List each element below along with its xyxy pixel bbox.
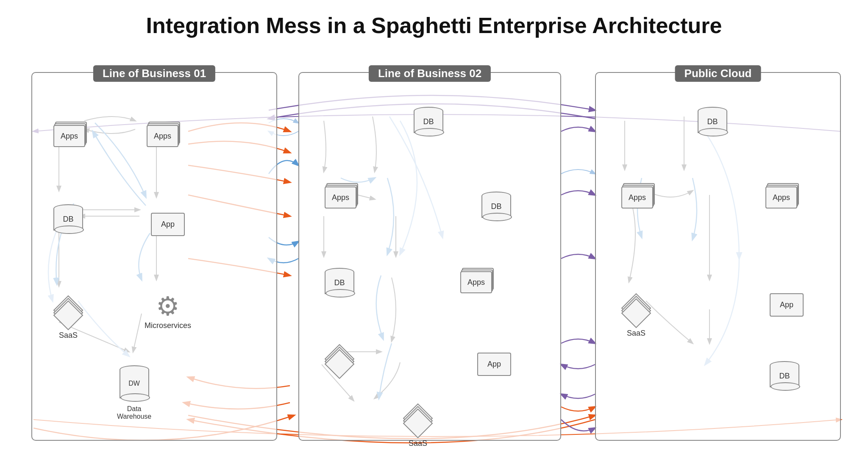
pc-db1-shape: DB bbox=[698, 107, 727, 136]
pc-db1-node: DB bbox=[698, 107, 727, 136]
lob1-app-node: App bbox=[151, 213, 185, 236]
lob1-dw-shape: DW bbox=[120, 365, 149, 403]
domain-pubcloud-label: Public Cloud bbox=[675, 65, 761, 82]
lob1-microservices-label: Microservices bbox=[145, 321, 191, 330]
lob2-saas-shape bbox=[401, 408, 435, 437]
lob2-saas-node: SaaS bbox=[401, 408, 435, 448]
domain-lob2-label: Line of Business 02 bbox=[369, 65, 491, 82]
lob1-saas-node: SaaS bbox=[51, 300, 85, 340]
lob1-app-shape: App bbox=[151, 213, 185, 236]
lob2-db3-node: DB bbox=[325, 268, 354, 298]
lob2-saas-label: SaaS bbox=[409, 439, 427, 448]
pc-apps2-shape: Apps bbox=[765, 183, 799, 209]
lob2-db1-node: DB bbox=[414, 107, 443, 136]
lob2-apps2-shape: Apps bbox=[460, 268, 494, 293]
pc-app-node: App bbox=[770, 293, 804, 317]
lob2-app-shape: App bbox=[477, 353, 511, 376]
lob1-microservices-node: ⚙ Microservices bbox=[145, 293, 191, 330]
lob1-apps1-node: Apps bbox=[53, 122, 87, 147]
pc-saas-shape bbox=[619, 298, 653, 327]
pc-apps1-shape: Apps bbox=[621, 183, 655, 209]
pc-apps2-node: Apps bbox=[765, 183, 799, 209]
lob1-saas-shape bbox=[51, 300, 85, 329]
lob2-db1-shape: DB bbox=[414, 107, 443, 136]
lob2-app-node: App bbox=[477, 353, 511, 376]
main-container: Integration Mess in a Spaghetti Enterpri… bbox=[0, 0, 868, 462]
domain-lob1: Line of Business 01 Apps Apps DB bbox=[31, 72, 277, 441]
diagram-area: Line of Business 01 Apps Apps DB bbox=[19, 47, 849, 462]
lob1-apps1-shape: Apps bbox=[53, 122, 87, 147]
pc-app-shape: App bbox=[770, 293, 804, 317]
lob2-apps1-shape: Apps bbox=[325, 183, 359, 209]
lob1-db-node: DB bbox=[53, 204, 83, 234]
lob1-dw-node: DW DataWarehouse bbox=[117, 365, 151, 420]
pc-saas-label: SaaS bbox=[627, 329, 645, 338]
lob2-db2-shape: DB bbox=[481, 192, 511, 221]
domain-pubcloud: Public Cloud DB Apps bbox=[595, 72, 841, 441]
lob1-saas-label: SaaS bbox=[59, 331, 78, 340]
domain-lob2: Line of Business 02 DB Apps bbox=[298, 72, 561, 441]
domain-lob1-label: Line of Business 01 bbox=[93, 65, 215, 82]
lob1-gear-icon: ⚙ bbox=[156, 293, 180, 320]
lob2-apps1-node: Apps bbox=[325, 183, 359, 209]
lob2-diamond-node bbox=[323, 348, 356, 378]
pc-apps1-node: Apps bbox=[621, 183, 655, 209]
lob1-db-shape: DB bbox=[53, 204, 83, 234]
pc-db2-shape: DB bbox=[770, 361, 799, 391]
lob2-diamond-shape bbox=[323, 348, 356, 378]
lob1-apps2-node: Apps bbox=[147, 122, 181, 147]
pc-saas-node: SaaS bbox=[619, 298, 653, 338]
lob2-apps2-node: Apps bbox=[460, 268, 494, 293]
main-title: Integration Mess in a Spaghetti Enterpri… bbox=[0, 0, 868, 47]
lob2-db3-shape: DB bbox=[325, 268, 354, 298]
pc-db2-node: DB bbox=[770, 361, 799, 391]
lob1-dw-label: DataWarehouse bbox=[117, 405, 151, 420]
lob1-apps2-shape: Apps bbox=[147, 122, 181, 147]
lob2-db2-node: DB bbox=[481, 192, 511, 221]
